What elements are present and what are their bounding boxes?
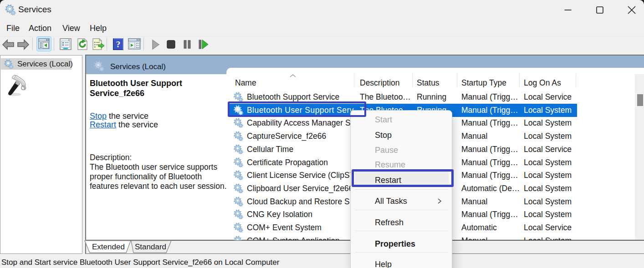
- svg-text:Standard: Standard: [135, 243, 166, 251]
- svg-text:Extended: Extended: [92, 243, 125, 251]
- svg-text:?: ?: [116, 40, 121, 49]
